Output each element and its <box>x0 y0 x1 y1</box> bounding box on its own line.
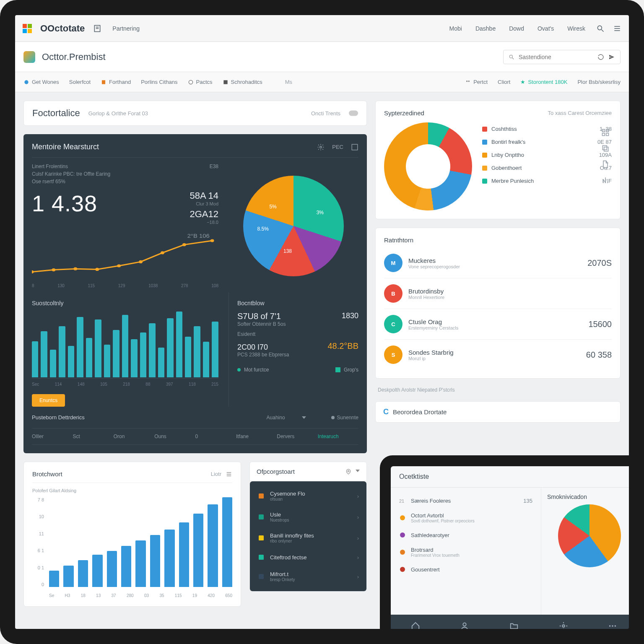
page-title: Foctortalice <box>32 108 80 119</box>
stat-item[interactable]: MMuckeresVone seprecoperogosder2070S <box>384 248 612 278</box>
expand-icon[interactable] <box>351 143 358 151</box>
gear-icon[interactable] <box>317 143 325 151</box>
legend-item: Lnby Onpttho109A <box>482 148 612 161</box>
tool-1[interactable]: Solerfcot <box>69 79 91 85</box>
svg-point-49 <box>400 532 405 538</box>
tablet-donut <box>558 504 621 567</box>
tablet-preview: Ocetktiste 21Særeis Fooleres135Octort Av… <box>380 455 644 644</box>
home-icon[interactable] <box>411 621 420 631</box>
tool-2[interactable]: Forthand <box>101 79 131 85</box>
list-icon[interactable] <box>226 471 232 478</box>
svg-rect-34 <box>259 493 264 499</box>
page-link[interactable]: Oncti Trents <box>311 110 340 117</box>
svg-rect-40 <box>606 130 609 132</box>
page-header-card: Foctortalice Gorlop & Orlthe Forat 03 On… <box>23 101 367 126</box>
chevron-down-icon[interactable] <box>302 415 306 420</box>
svg-point-19 <box>32 270 34 273</box>
legend-item: Merbre PunlesichN°F <box>482 174 612 187</box>
svg-point-25 <box>161 251 164 254</box>
sidenav-item[interactable]: UsleNuestrops› <box>250 506 366 527</box>
pin-icon[interactable] <box>345 469 351 475</box>
section-c-header: C Beorordea Drortate <box>375 401 621 423</box>
copy-icon[interactable] <box>601 144 610 153</box>
metrics-panel: Mentoire Mearsturct PEC Linert Frolentin… <box>23 134 367 453</box>
topnav-0[interactable]: Mobi <box>447 23 465 34</box>
sparkline-chart: 2°B 106 <box>32 231 218 281</box>
toggle-icon[interactable] <box>349 110 358 116</box>
more-icon[interactable] <box>608 621 617 631</box>
svg-point-8 <box>509 55 512 58</box>
svg-point-50 <box>400 550 405 555</box>
svg-point-26 <box>182 243 186 246</box>
tablet-list-item[interactable]: Gousentrert <box>399 562 532 577</box>
stat-item[interactable]: CCtusle OragErstemyerniny Cerstacls15600 <box>384 309 612 340</box>
metrics-title: Mentoire Mearsturct <box>32 143 99 151</box>
svg-point-27 <box>210 239 214 242</box>
chart-icon[interactable] <box>601 176 610 184</box>
grid-icon[interactable] <box>601 128 610 137</box>
tablet-tabbar <box>391 615 637 637</box>
tool-3[interactable]: Porlins Cithans <box>141 79 177 85</box>
tool-r2[interactable]: ★ Storontent 180K <box>520 79 567 85</box>
stat-item[interactable]: SSondes StarbrigMonzl ip60 358 <box>384 340 612 370</box>
tool-5[interactable]: Schrohaditcs <box>223 79 262 85</box>
tool-r0[interactable]: Pertct <box>465 79 488 85</box>
donut-chart <box>384 122 472 210</box>
doc-icon[interactable] <box>93 24 101 33</box>
topnav-4[interactable]: Wiresk <box>565 23 588 34</box>
svg-point-14 <box>466 80 468 82</box>
tablet-list-item[interactable]: 21Særeis Fooleres135 <box>399 493 532 508</box>
headline-metric: 1 4.38 <box>32 190 110 216</box>
tool-0[interactable]: Get Wones <box>23 79 59 85</box>
tool-4[interactable]: Pactcs <box>188 79 213 85</box>
sidenav-item[interactable]: Mifrort.tbresp Onkety› <box>250 566 366 587</box>
svg-rect-42 <box>606 133 609 136</box>
topnav-1[interactable]: Dashbe <box>473 23 498 34</box>
svg-point-55 <box>612 625 613 627</box>
sidenav-item[interactable]: Cysemone Floofsuan› <box>250 486 366 506</box>
search-icon[interactable] <box>596 24 605 33</box>
sidenav-item[interactable]: Banill innoflry fitesribo onlyner› <box>250 527 366 548</box>
pie-chart: 3% 5% 8.5% 138 <box>243 176 344 276</box>
svg-rect-29 <box>335 367 340 372</box>
folder-icon[interactable] <box>509 621 519 631</box>
file-icon[interactable] <box>601 160 610 169</box>
svg-point-22 <box>95 268 99 271</box>
svg-point-48 <box>400 515 405 520</box>
svg-rect-38 <box>259 574 264 579</box>
spark-xticks: 81301151291038278108 <box>32 283 218 288</box>
legend-item: GobenthoertOu.7 <box>482 161 612 174</box>
svg-rect-37 <box>259 555 264 560</box>
side-nav-card: Ofpcorgstoart Cysemone Floofsuan›UsleNue… <box>249 462 367 592</box>
search-input[interactable] <box>519 54 593 60</box>
sidenav-item[interactable]: Citeftrod fectse› <box>250 548 366 566</box>
search-box[interactable] <box>503 50 621 64</box>
refresh-icon[interactable] <box>597 54 604 60</box>
tool-r1[interactable]: Cliort <box>498 79 510 85</box>
primary-action-button[interactable]: Enuntcs <box>32 394 65 407</box>
topnav-partnering[interactable]: Partnering <box>110 23 142 34</box>
svg-point-51 <box>400 567 405 572</box>
tool-r3[interactable]: Plor Bsb/skesrlisy <box>577 79 621 85</box>
svg-point-17 <box>320 146 322 148</box>
topnav-3[interactable]: Ovat's <box>535 23 556 34</box>
menu-icon[interactable] <box>613 24 621 33</box>
tablet-list-item[interactable]: Octort AvtorblSovtl dothownf, Pistner or… <box>399 508 532 527</box>
search-field-icon <box>509 54 514 60</box>
svg-rect-44 <box>602 145 607 150</box>
settings-icon[interactable] <box>559 621 568 631</box>
tablet-list-item[interactable]: BrotrsardFrarimenot Vrox touemeth <box>399 543 532 562</box>
share-icon[interactable] <box>608 54 615 60</box>
svg-line-4 <box>602 29 604 31</box>
growth-chart: 7 810116 10 10 SeH3181337280033511519420… <box>32 497 232 598</box>
svg-rect-36 <box>259 535 264 540</box>
stat-item[interactable]: BBrutordinsbyMonnll Hexertiore <box>384 278 612 309</box>
table-header: OlllerSctOronOuns0ItfaneDerversIntearuch <box>32 428 358 445</box>
svg-rect-43 <box>604 147 608 151</box>
user-icon[interactable] <box>460 621 469 631</box>
metrics-tab[interactable]: PEC <box>332 144 343 150</box>
topnav-2[interactable]: Dowd <box>506 23 527 34</box>
chevron-down-icon[interactable] <box>356 469 360 473</box>
svg-point-20 <box>52 268 55 271</box>
tablet-list-item[interactable]: Sathledearotyer <box>399 527 532 543</box>
